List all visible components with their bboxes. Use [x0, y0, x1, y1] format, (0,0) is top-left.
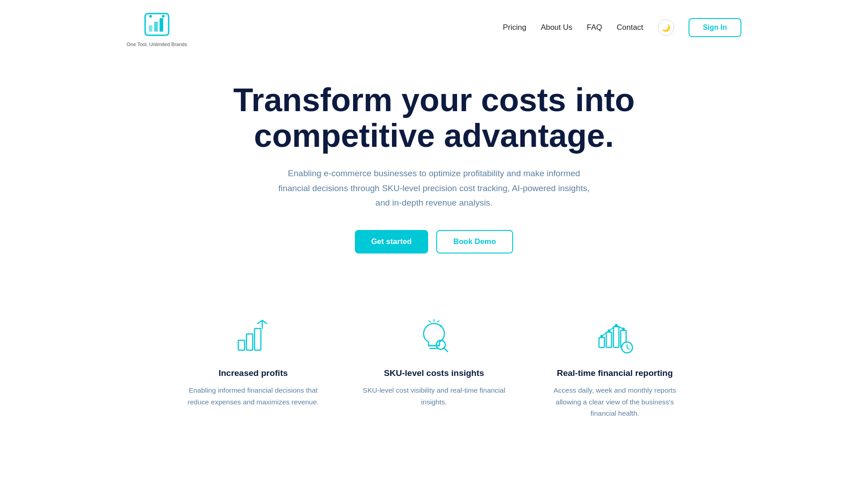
logo-icon [141, 8, 173, 41]
book-demo-button[interactable]: Book Demo [436, 230, 513, 253]
nav-pricing[interactable]: Pricing [503, 23, 526, 32]
nav-contact[interactable]: Contact [617, 23, 643, 32]
svg-rect-1 [149, 25, 152, 32]
feature-title-sku: SKU-level costs insights [362, 368, 506, 378]
svg-rect-2 [154, 22, 158, 32]
moon-icon: 🌙 [661, 23, 670, 32]
feature-desc-profits: Enabling informed financial decisions th… [181, 385, 326, 408]
features-section: Increased profits Enabling informed fina… [0, 290, 868, 455]
nav-about[interactable]: About Us [541, 23, 572, 32]
svg-rect-6 [238, 340, 245, 350]
feature-desc-sku: SKU-level cost visibility and real-time … [362, 385, 506, 408]
svg-point-5 [162, 15, 165, 18]
hero-section: Transform your costs into competitive ad… [0, 55, 868, 290]
svg-rect-19 [606, 332, 612, 347]
feature-title-profits: Increased profits [181, 368, 326, 378]
feature-card-sku-insights: SKU-level costs insights SKU-level cost … [362, 317, 506, 419]
nav-links: Pricing About Us FAQ Contact 🌙 Sign In [503, 18, 741, 37]
logo-tagline: One Tool, Unlimited Brands [127, 42, 187, 47]
navbar: One Tool, Unlimited Brands Pricing About… [0, 0, 868, 55]
hero-buttons: Get started Book Demo [181, 230, 687, 253]
sign-in-button[interactable]: Sign In [689, 18, 741, 37]
svg-rect-8 [255, 328, 261, 350]
hero-subtitle: Enabling e-commerce businesses to optimi… [276, 166, 592, 210]
feature-title-reporting: Real-time financial reporting [542, 368, 687, 378]
get-started-button[interactable]: Get started [355, 230, 428, 253]
lightbulb-icon [414, 317, 454, 357]
feature-desc-reporting: Access daily, week and monthly reports a… [542, 385, 687, 419]
svg-rect-20 [613, 327, 619, 347]
svg-point-4 [149, 15, 152, 18]
svg-line-13 [438, 321, 439, 322]
svg-rect-3 [160, 18, 163, 32]
hero-title: Transform your costs into competitive ad… [181, 82, 687, 154]
svg-rect-18 [599, 338, 604, 347]
report-icon [594, 317, 635, 357]
bar-up-icon [233, 317, 274, 357]
feature-card-increased-profits: Increased profits Enabling informed fina… [181, 317, 326, 419]
feature-card-realtime: Real-time financial reporting Access dai… [542, 317, 687, 419]
svg-line-17 [444, 348, 448, 352]
svg-line-15 [429, 321, 430, 322]
svg-rect-7 [246, 334, 253, 350]
dark-mode-button[interactable]: 🌙 [658, 19, 674, 36]
logo[interactable]: One Tool, Unlimited Brands [127, 8, 187, 47]
nav-faq[interactable]: FAQ [587, 23, 602, 32]
